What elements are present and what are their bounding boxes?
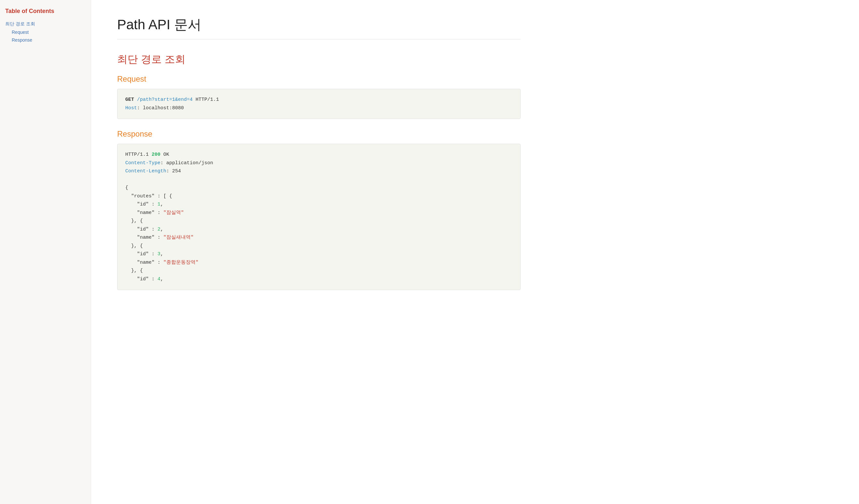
sidebar: Table of Contents 최단 경로 조회 Request Respo… bbox=[0, 0, 91, 504]
http-method: GET bbox=[125, 97, 134, 103]
content-length-key: Content-Length bbox=[125, 169, 166, 174]
name3-value: "종합운동장역" bbox=[163, 260, 198, 265]
id2-value: 2 bbox=[157, 227, 161, 232]
toc-title: Table of Contents bbox=[5, 8, 86, 15]
body-open-brace: { bbox=[125, 185, 128, 191]
id1-value: 1 bbox=[157, 202, 161, 207]
id1-comma: , bbox=[161, 202, 163, 207]
name1-key: "name" : bbox=[137, 210, 163, 216]
close2: }, { bbox=[131, 243, 143, 249]
id4-comma: , bbox=[161, 277, 163, 282]
routes-key: "routes" : [ { bbox=[131, 193, 172, 199]
id3-comma: , bbox=[161, 251, 163, 257]
name2-value: "잠실새내역" bbox=[163, 235, 194, 240]
status-code: 200 bbox=[152, 152, 161, 157]
response-protocol: HTTP/1.1 bbox=[125, 152, 149, 157]
request-code-block: GET /path?start=1&end=4 HTTP/1.1 Host: l… bbox=[117, 89, 521, 119]
host-colon: : localhost:8080 bbox=[137, 105, 184, 111]
section-title: 최단 경로 조회 bbox=[117, 52, 521, 67]
id1-key: "id" : bbox=[137, 202, 157, 207]
request-url: /path?start=1&end=4 bbox=[137, 97, 193, 103]
host-header-key: Host bbox=[125, 105, 137, 111]
status-text: OK bbox=[161, 152, 169, 157]
id3-key: "id" : bbox=[137, 251, 157, 257]
toc-item-section[interactable]: 최단 경로 조회 bbox=[5, 20, 86, 28]
name1-value: "잠실역" bbox=[163, 210, 184, 216]
response-title: Response bbox=[117, 129, 521, 139]
request-title: Request bbox=[117, 75, 521, 83]
name2-key: "name" : bbox=[137, 235, 163, 240]
http-protocol: HTTP/1.1 bbox=[193, 97, 219, 103]
response-code-block: HTTP/1.1 200 OK Content-Type: applicatio… bbox=[117, 144, 521, 290]
toc-item-response[interactable]: Response bbox=[5, 36, 86, 44]
page-title: Path API 문서 bbox=[117, 16, 521, 40]
id4-key: "id" : bbox=[137, 277, 157, 282]
content-length-value: : 254 bbox=[166, 169, 181, 174]
toc-item-request[interactable]: Request bbox=[5, 28, 86, 36]
content-type-value: : application/json bbox=[161, 160, 213, 166]
id2-comma: , bbox=[161, 227, 163, 232]
main-content: Path API 문서 최단 경로 조회 Request GET /path?s… bbox=[91, 0, 547, 504]
id4-value: 4 bbox=[157, 277, 161, 282]
name3-key: "name" : bbox=[137, 260, 163, 265]
content-type-key: Content-Type bbox=[125, 160, 161, 166]
id3-value: 3 bbox=[157, 251, 161, 257]
id2-key: "id" : bbox=[137, 227, 157, 232]
close3: }, { bbox=[131, 268, 143, 273]
close1: }, { bbox=[131, 218, 143, 224]
